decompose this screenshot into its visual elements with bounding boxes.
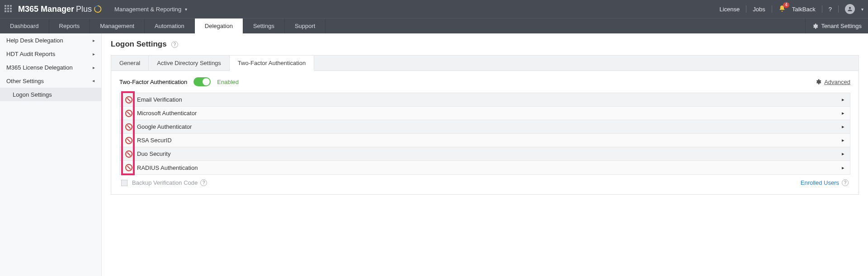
expand-icon: ▸: [842, 124, 844, 130]
license-link[interactable]: License: [719, 6, 740, 13]
nav-tab-reports[interactable]: Reports: [49, 19, 90, 33]
tfa-method-label: Microsoft Authenticator: [137, 110, 197, 117]
tfa-method-row[interactable]: RSA SecurID▸: [120, 134, 850, 147]
expand-icon: ▸: [842, 151, 844, 157]
caret-icon: ▸: [93, 65, 95, 70]
product-logo-icon: [94, 5, 102, 13]
tfa-method-label: Duo Security: [137, 150, 170, 157]
tfa-toggle-row: Two-Factor Authentication Enabled Advanc…: [119, 77, 850, 86]
tfa-method-label: RADIUS Authentication: [137, 164, 198, 171]
product-name: M365 Manager: [18, 5, 74, 14]
disabled-icon: [125, 150, 132, 158]
disabled-icon: [125, 164, 132, 171]
panel-body: Two-Factor Authentication Enabled Advanc…: [111, 71, 859, 194]
caret-icon: ▾: [91, 80, 96, 82]
disabled-icon: [125, 96, 132, 103]
gear-icon: [815, 79, 821, 85]
help-icon[interactable]: ?: [842, 179, 849, 186]
disabled-icon: [125, 110, 132, 117]
panel-tab[interactable]: General: [111, 56, 149, 70]
separator: [822, 5, 822, 13]
tfa-method-label: Google Authenticator: [137, 123, 192, 130]
user-menu[interactable]: [845, 4, 855, 14]
backup-code-label: Backup Verification Code: [132, 179, 198, 186]
nav-tab-management[interactable]: Management: [90, 19, 145, 33]
caret-icon: ▸: [93, 38, 95, 43]
page-title: Logon Settings: [111, 40, 167, 49]
caret-icon: ▸: [93, 51, 95, 56]
nav-tab-automation[interactable]: Automation: [145, 19, 195, 33]
chevron-down-icon: ▾: [185, 7, 187, 12]
tfa-method-row[interactable]: Microsoft Authenticator▸: [120, 107, 850, 120]
product-title: M365 Manager Plus: [18, 5, 102, 14]
advanced-link[interactable]: Advanced: [815, 79, 850, 85]
help-link[interactable]: ?: [829, 6, 832, 13]
primary-nav: DashboardReportsManagementAutomationDele…: [0, 18, 868, 33]
tfa-method-label: RSA SecurID: [137, 137, 172, 144]
panel-tab[interactable]: Two-Factor Authentication: [230, 56, 314, 71]
methods-wrap: Email Verification▸Microsoft Authenticat…: [119, 93, 850, 175]
nav-tab-delegation[interactable]: Delegation: [195, 19, 243, 33]
enrolled-users-label: Enrolled Users: [801, 179, 839, 186]
panel-tabs: GeneralActive Directory SettingsTwo-Fact…: [111, 56, 859, 71]
nav-spacer: [326, 19, 805, 33]
tfa-method-row[interactable]: Email Verification▸: [120, 93, 850, 107]
expand-icon: ▸: [842, 137, 844, 143]
sidebar-item-label: M365 License Delegation: [6, 64, 73, 71]
sidebar-item-label: HDT Audit Reports: [6, 51, 55, 57]
nav-tab-settings[interactable]: Settings: [243, 19, 285, 33]
chevron-down-icon: ▾: [861, 7, 863, 12]
enrolled-users-link[interactable]: Enrolled Users ?: [801, 179, 849, 186]
jobs-link[interactable]: Jobs: [753, 6, 765, 13]
tfa-status: Enabled: [217, 79, 239, 85]
help-icon[interactable]: ?: [200, 179, 207, 186]
gear-icon: [812, 23, 818, 29]
tfa-toggle[interactable]: [193, 77, 211, 86]
main-area: Help Desk Delegation▸HDT Audit Reports▸M…: [0, 33, 868, 276]
top-right-links: License Jobs 4 TalkBack ? ▾: [719, 4, 863, 14]
nav-tab-support[interactable]: Support: [285, 19, 326, 33]
notification-badge: 4: [783, 2, 789, 8]
separator: [746, 5, 746, 13]
user-icon: [847, 6, 853, 12]
help-icon[interactable]: ?: [171, 41, 178, 48]
section-label: Management & Reporting: [114, 6, 181, 13]
section-dropdown[interactable]: Management & Reporting ▾: [114, 6, 187, 13]
tfa-method-row[interactable]: Duo Security▸: [120, 147, 850, 161]
sidebar: Help Desk Delegation▸HDT Audit Reports▸M…: [0, 33, 102, 276]
sidebar-item[interactable]: Help Desk Delegation▸: [0, 33, 101, 47]
sidebar-item-label: Help Desk Delegation: [6, 37, 63, 44]
product-suffix: Plus: [76, 5, 92, 14]
settings-panel: GeneralActive Directory SettingsTwo-Fact…: [111, 55, 859, 195]
advanced-label: Advanced: [824, 79, 850, 85]
sidebar-item[interactable]: Other Settings▾: [0, 74, 101, 88]
separator: [838, 5, 839, 13]
sidebar-item-label: Other Settings: [6, 78, 44, 84]
content: Logon Settings ? GeneralActive Directory…: [102, 33, 868, 276]
tenant-settings-button[interactable]: Tenant Settings: [805, 19, 868, 33]
apps-grid-icon[interactable]: [5, 5, 13, 13]
tfa-methods-list: Email Verification▸Microsoft Authenticat…: [119, 93, 850, 175]
page-title-row: Logon Settings ?: [111, 40, 859, 49]
top-bar: M365 Manager Plus Management & Reporting…: [0, 0, 868, 18]
disabled-icon: [125, 123, 132, 131]
expand-icon: ▸: [842, 110, 844, 116]
notifications-button[interactable]: 4: [778, 5, 786, 14]
tfa-method-row[interactable]: RADIUS Authentication▸: [120, 161, 850, 174]
tfa-method-row[interactable]: Google Authenticator▸: [120, 120, 850, 134]
separator: [772, 5, 772, 13]
sidebar-subitem-logon-settings[interactable]: Logon Settings: [0, 88, 101, 101]
expand-icon: ▸: [842, 165, 844, 171]
expand-icon: ▸: [842, 97, 844, 103]
tfa-method-label: Email Verification: [137, 96, 182, 103]
tfa-label: Two-Factor Authentication: [119, 79, 187, 85]
sidebar-item[interactable]: M365 License Delegation▸: [0, 61, 101, 74]
talkback-link[interactable]: TalkBack: [792, 6, 816, 13]
tenant-settings-label: Tenant Settings: [821, 23, 862, 29]
panel-footer: Backup Verification Code ? Enrolled User…: [119, 175, 850, 186]
disabled-icon: [125, 137, 132, 144]
sidebar-item[interactable]: HDT Audit Reports▸: [0, 47, 101, 61]
panel-tab[interactable]: Active Directory Settings: [149, 56, 230, 70]
nav-tab-dashboard[interactable]: Dashboard: [0, 19, 49, 33]
backup-code-checkbox[interactable]: [121, 180, 127, 186]
